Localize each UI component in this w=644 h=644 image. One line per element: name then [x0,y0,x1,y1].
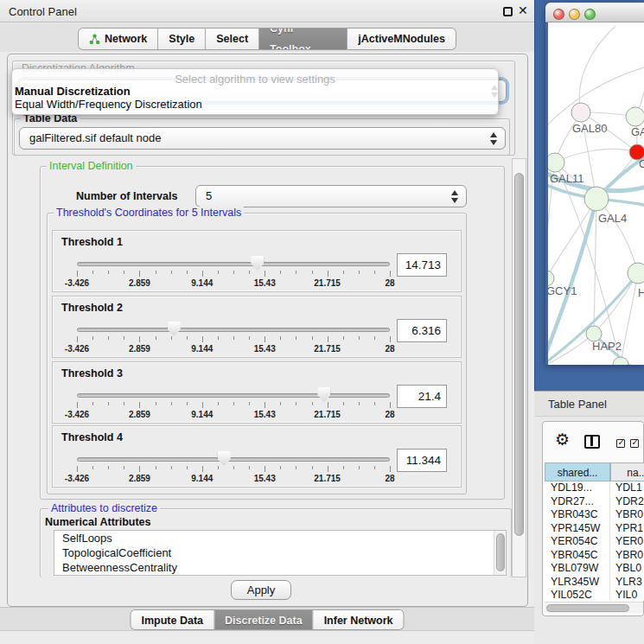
tab-select[interactable]: Select [206,29,259,49]
cell-shared-name: YLR345W [545,576,610,590]
status-area [0,632,534,644]
float-window-icon[interactable] [503,7,513,16]
list-item[interactable]: SelfLoops [54,531,506,545]
network-edge [548,334,594,365]
algorithm-popup-placeholder: Select algorithm to view settings [12,73,498,85]
threshold-value-field[interactable]: 14.713 [397,253,447,277]
table-row[interactable]: YER054CYER0 [545,535,644,549]
popup-item[interactable]: Manual Discretization [12,85,498,98]
tick-mark [171,402,172,405]
tick-mark [280,466,281,469]
apply-button[interactable]: Apply [231,580,291,600]
attributes-scrollbar[interactable] [494,531,505,575]
columns-icon[interactable] [584,435,600,449]
tick-mark [296,336,296,340]
network-node[interactable] [626,107,644,126]
minimize-yellow-icon[interactable] [569,9,580,20]
number-of-intervals-combobox[interactable]: 5 [195,185,467,207]
table-row[interactable]: YPR145WYPR1 [545,522,644,536]
column-header[interactable]: shared... [545,462,610,481]
control-panel-titlebar: Control Panel ✕ [0,0,534,22]
list-item[interactable]: TopologicalCoefficient [54,545,506,560]
tick-mark [280,402,281,405]
tick-label: 21.715 [314,410,341,419]
close-icon[interactable]: ✕ [518,3,528,17]
network-node[interactable] [548,153,564,172]
node-label: GAL11 [550,172,584,185]
tick-mark [156,271,156,274]
network-edge [579,26,615,112]
network-node[interactable] [571,103,590,122]
threshold-value-field[interactable]: 11.344 [397,449,447,472]
network-window-titlebar[interactable] [545,3,644,22]
tick-mark [92,271,93,274]
panel-scrollbar[interactable] [512,158,526,577]
list-item[interactable]: BetweennessCentrality [54,560,506,575]
tick-label: 15.43 [254,344,276,354]
network-graph: GAL80GACGAL11GAL4GCY1HHAP2 [548,22,644,365]
panel-scrollbar-thumb[interactable] [514,173,524,536]
network-view-window: GAL80GACGAL11GAL4GCY1HHAP2 [545,3,644,365]
network-node[interactable] [628,263,644,284]
tab-cyni-toolbox[interactable]: Cyni Toolbox [259,29,348,49]
tab-network[interactable]: Network [79,29,158,49]
table-row[interactable]: YBR043CYBR0 [545,508,644,522]
attributes-scrollbar-thumb[interactable] [496,533,505,571]
network-node[interactable] [613,357,628,365]
tick-mark [156,336,156,340]
numerical-attributes-list[interactable]: SelfLoopsTopologicalCoefficientBetweenne… [54,530,507,576]
threshold-value-field[interactable]: 6.316 [397,319,447,342]
tick-mark [280,271,281,274]
tab-infer-network[interactable]: Infer Network [314,610,404,629]
algorithm-popup-items: Manual DiscretizationEqual Width/Frequen… [12,85,498,111]
network-edge [548,199,596,278]
threshold-slider-track[interactable] [77,457,390,462]
table-row[interactable]: YDR27...YDR2 [545,495,644,509]
tick-mark [374,402,375,405]
close-red-icon[interactable] [553,9,564,20]
table-row[interactable]: YBL079WYBL0 [545,562,644,576]
threshold-slider-thumb[interactable] [317,387,330,402]
tick-mark [233,271,234,274]
threshold-value-field[interactable]: 21.4 [397,385,447,408]
node-label: GAL4 [598,212,627,225]
checkbox-icon[interactable] [616,439,625,448]
threshold-slider-track[interactable] [77,328,390,332]
cell-name: YBR0 [610,549,644,563]
threshold-slider-track[interactable] [77,262,390,266]
tab-style[interactable]: Style [158,29,206,49]
tab-jactivemnodules[interactable]: jActiveMNodules [348,29,456,49]
column-header[interactable]: na... [610,462,644,481]
zoom-green-icon[interactable] [584,9,596,20]
tick-mark [328,466,328,472]
threshold-slider-thumb[interactable] [218,451,231,466]
table-row[interactable]: YDL19...YDL1 [545,481,644,495]
threshold-slider-thumb[interactable] [251,256,264,271]
table-row[interactable]: YLR345WYLR3 [545,576,644,590]
table-horizontal-scrollbar[interactable] [545,602,643,613]
checkbox-icon[interactable] [630,439,639,448]
tick-mark [92,402,93,405]
tick-mark [265,336,265,342]
cell-shared-name: YIL052C [545,589,610,601]
table-row[interactable]: YBR045CYBR0 [545,549,644,563]
table-scrollbar-thumb[interactable] [546,604,629,612]
network-canvas[interactable]: GAL80GACGAL11GAL4GCY1HHAP2 [548,22,644,365]
tick-mark [390,271,391,277]
tick-label: 28 [385,278,394,288]
popup-item[interactable]: Equal Width/Frequency Discretization [12,98,498,111]
node-label: GA [631,125,644,138]
threshold-slider-thumb[interactable] [168,322,181,336]
network-icon [89,34,100,45]
tick-mark [202,336,203,342]
table-data-combobox[interactable]: galFiltered.sif default node [19,127,506,150]
threshold-slider-track[interactable] [77,393,390,398]
tab-impute-data[interactable]: Impute Data [131,610,214,629]
gear-icon[interactable]: ⚙ [555,430,570,450]
tick-mark [108,466,109,469]
tab-discretize-data[interactable]: Discretize Data [214,610,314,629]
table-data-value: galFiltered.sif default node [29,131,161,144]
tab-label: Infer Network [324,610,393,629]
network-node[interactable] [584,187,609,211]
table-row[interactable]: YIL052CYIL0 [545,589,644,601]
